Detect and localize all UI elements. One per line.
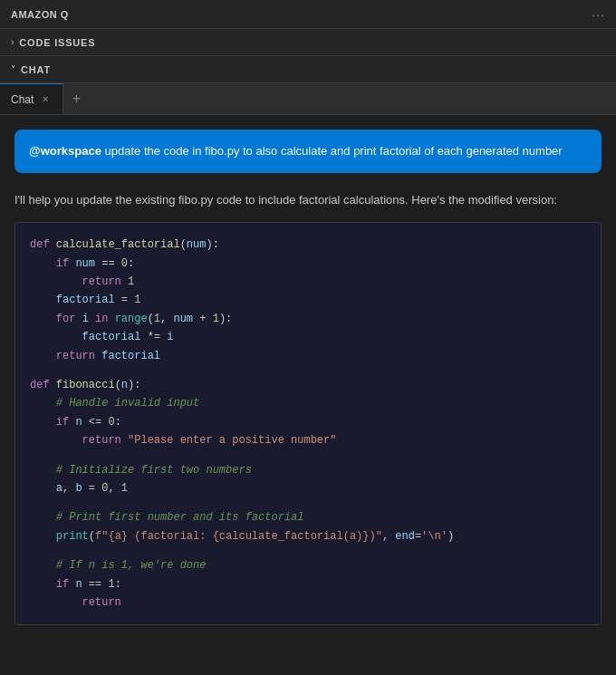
tab-close-button[interactable]: ✕ [39, 93, 52, 106]
workspace-tag: @workspace [29, 144, 101, 158]
tab-chat[interactable]: Chat ✕ [0, 83, 63, 114]
user-message-text: update the code in fibo.py to also calcu… [101, 144, 563, 158]
ai-response-intro: I'll help you update the existing fibo.p… [14, 191, 602, 210]
header-menu-icon[interactable]: ··· [592, 7, 605, 22]
app-header: AMAZON Q ··· [0, 0, 616, 29]
code-issues-chevron-icon: › [11, 37, 14, 47]
code-issues-section[interactable]: › CODE ISSUES [0, 29, 616, 56]
code-issues-label: CODE ISSUES [19, 37, 95, 48]
tab-add-button[interactable]: + [63, 83, 89, 114]
code-block[interactable]: def calculate_factorial(num): if num == … [14, 222, 602, 625]
tab-chat-label: Chat [11, 93, 34, 106]
chat-section-header[interactable]: ˅ CHAT [0, 56, 616, 83]
app-title: AMAZON Q [11, 9, 69, 20]
tab-bar: Chat ✕ + [0, 83, 616, 115]
ai-intro-text: I'll help you update the existing fibo.p… [14, 193, 557, 207]
chat-content-area: @workspace update the code in fibo.py to… [0, 115, 616, 675]
chat-section-label: CHAT [21, 64, 51, 75]
user-message-bubble: @workspace update the code in fibo.py to… [14, 130, 602, 173]
chat-chevron-icon: ˅ [11, 64, 15, 74]
